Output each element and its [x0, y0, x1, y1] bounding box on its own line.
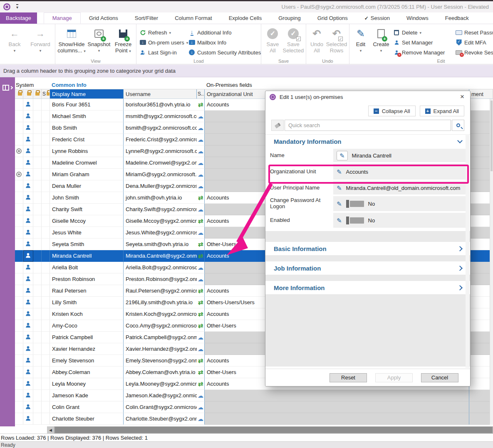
edit-pencil-icon[interactable]: ✎ [337, 151, 348, 160]
username-cell[interactable]: john.smith@ovh.ytria.io [124, 192, 197, 204]
display-name-cell[interactable]: Dena Muller [50, 180, 124, 192]
sync-status-cell[interactable]: ☁ [197, 204, 205, 215]
display-name-cell[interactable]: Lilly Smith [50, 297, 124, 308]
system-cell[interactable] [33, 134, 42, 145]
system-cell[interactable] [42, 192, 50, 204]
user-type-cell[interactable] [23, 320, 33, 332]
show-hide-columns-button[interactable]: Show/Hidecolumns... ▾ [57, 26, 86, 58]
sync-status-cell[interactable]: ⇄ [197, 297, 205, 308]
system-cell[interactable] [42, 180, 50, 192]
radio-cell[interactable] [15, 111, 23, 122]
sync-status-cell[interactable]: ☁ [197, 145, 205, 157]
sync-status-cell[interactable]: ☁ [197, 157, 205, 169]
system-cell[interactable] [42, 308, 50, 320]
system-cell[interactable] [42, 273, 50, 285]
revoke-session-tokens-button[interactable]: × Revoke Session Tokens [454, 48, 493, 57]
column-header-partial[interactable]: ment [469, 89, 493, 98]
reset-password-button[interactable]: Reset Password▾ [454, 28, 493, 37]
set-manager-button[interactable]: Set Manager [392, 38, 454, 47]
radio-cell[interactable] [15, 239, 23, 250]
radio-cell[interactable] [15, 390, 23, 401]
username-cell[interactable]: Xavier.Hernandez@sygx2.onmi [124, 343, 197, 355]
save-selected-button[interactable]: ✓✓ SaveSelected [282, 26, 304, 58]
display-name-cell[interactable]: Lynne Robbins [50, 145, 124, 157]
username-cell[interactable]: LynneR@sygx2.onmicrosoft.co [124, 145, 197, 157]
system-cell[interactable] [42, 227, 50, 239]
display-name-cell[interactable]: Michael Smith [50, 111, 124, 122]
column-header-lock[interactable]: S [42, 89, 50, 98]
apply-button[interactable]: Apply [375, 373, 413, 382]
forward-button[interactable]: → Forward▾ [27, 26, 53, 58]
radio-cell[interactable] [15, 157, 23, 169]
system-cell[interactable] [33, 250, 42, 262]
on-prem-users-button[interactable]: ↓ On-prem users▾ [138, 38, 187, 47]
display-name-cell[interactable]: Seyeta Smith [50, 239, 124, 250]
column-group-common-info[interactable]: Common Info [52, 82, 87, 88]
tab-grid-options[interactable]: Grid Options [309, 12, 356, 24]
user-type-cell[interactable] [23, 332, 33, 343]
username-cell[interactable]: 2196Lilly.smith@ovh.ytria.io [124, 297, 197, 308]
system-cell[interactable] [33, 215, 42, 227]
system-cell[interactable] [33, 227, 42, 239]
system-cell[interactable] [33, 401, 42, 413]
user-type-cell[interactable] [23, 250, 33, 262]
sync-status-cell[interactable]: ☁ [197, 180, 205, 192]
system-cell[interactable] [33, 355, 42, 367]
username-cell[interactable]: Giselle.Mccoy@sygx2.onmicro [124, 215, 197, 227]
radio-cell[interactable] [15, 343, 23, 355]
system-cell[interactable] [33, 239, 42, 250]
system-cell[interactable] [33, 273, 42, 285]
additional-info-button[interactable]: ↓ Additional Info [187, 28, 262, 37]
display-name-cell[interactable]: Charlotte Steuber [50, 413, 124, 425]
vertical-scrollbar[interactable] [490, 99, 493, 425]
system-cell[interactable] [42, 343, 50, 355]
system-cell[interactable] [42, 157, 50, 169]
radio-cell[interactable] [15, 401, 23, 413]
sync-status-cell[interactable]: ⇄ [197, 320, 205, 332]
remove-manager-button[interactable]: × Remove Manager [392, 48, 454, 57]
radio-cell[interactable] [15, 367, 23, 378]
system-cell[interactable] [33, 122, 42, 134]
edit-pencil-icon[interactable]: ✎ [337, 217, 342, 224]
system-cell[interactable] [33, 169, 42, 180]
system-cell[interactable] [33, 308, 42, 320]
system-cell[interactable] [33, 145, 42, 157]
username-cell[interactable]: Jesus.White@sygx2.onmicroso [124, 227, 197, 239]
user-type-cell[interactable] [23, 308, 33, 320]
username-cell[interactable]: Frederic.Crist@sygx2.onmicros [124, 134, 197, 145]
system-cell[interactable] [33, 99, 42, 111]
display-name-cell[interactable]: Giselle Mccoy [50, 215, 124, 227]
system-cell[interactable] [42, 285, 50, 297]
edit-pencil-icon[interactable]: ✎ [337, 169, 342, 175]
sync-status-cell[interactable]: ☁ [197, 332, 205, 343]
sync-status-cell[interactable]: ☁ [197, 122, 205, 134]
sync-status-cell[interactable]: ⇄ [197, 308, 205, 320]
display-name-cell[interactable]: Raul Petersen [50, 285, 124, 297]
user-type-cell[interactable] [23, 180, 33, 192]
display-name-cell[interactable]: Emely Stevenson [50, 355, 124, 367]
tab-column-format[interactable]: Column Format [166, 12, 220, 24]
edit-pencil-icon[interactable]: ✎ [337, 201, 342, 207]
quick-access-caret-icon[interactable]: ▾ [16, 4, 18, 10]
user-type-cell[interactable] [23, 390, 33, 401]
radio-cell[interactable] [15, 250, 23, 262]
user-type-cell[interactable] [23, 111, 33, 122]
system-cell[interactable] [42, 401, 50, 413]
sync-status-cell[interactable]: ☁ [197, 169, 205, 180]
display-name-cell[interactable]: Charity Swift [50, 204, 124, 215]
system-cell[interactable] [42, 169, 50, 180]
create-button[interactable]: + Create▾ [370, 26, 392, 58]
system-cell[interactable] [33, 378, 42, 390]
tab-sort-filter[interactable]: Sort/Filter [126, 12, 166, 24]
last-sign-in-button[interactable]: Last Sign-in [138, 48, 187, 57]
radio-cell[interactable] [15, 378, 23, 390]
display-name-cell[interactable]: Amy-Coco [50, 320, 124, 332]
sync-status-cell[interactable]: ⇄ [197, 378, 205, 390]
column-header-display-name[interactable]: Display Name [50, 89, 124, 98]
edit-button[interactable]: ✎ Edit▾ [351, 26, 370, 58]
column-group-on-premises[interactable]: On-Premises fields [206, 82, 252, 88]
clear-search-button[interactable] [271, 120, 284, 131]
back-button[interactable]: ← Back▾ [2, 26, 27, 58]
system-cell[interactable] [33, 367, 42, 378]
sync-status-cell[interactable]: ☁ [197, 273, 205, 285]
